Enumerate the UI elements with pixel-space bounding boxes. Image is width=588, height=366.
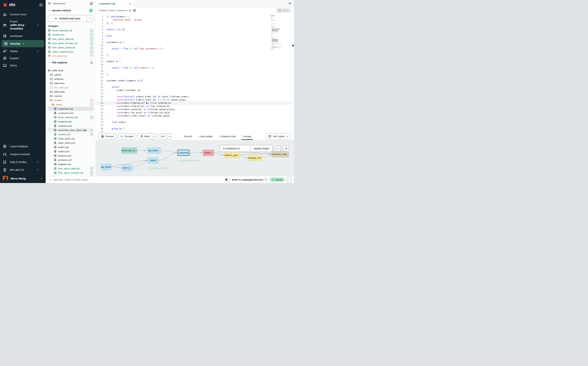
code-line[interactable]: select 1 as id (106, 28, 271, 31)
lineage-node-stgorders[interactable]: stg_orders (101, 164, 111, 170)
file-tree-item-customers-yml[interactable]: customers.yml (46, 111, 96, 115)
chevron-up-icon[interactable] (49, 178, 52, 181)
sidebar-item-query[interactable]: Query (0, 62, 46, 69)
user-menu[interactable]: Mirna Wong (0, 174, 46, 183)
code-line[interactable] (106, 57, 271, 60)
stage-add-button[interactable]: + (90, 175, 93, 176)
change-item[interactable]: order_snapshot.yml + (46, 50, 96, 54)
change-item[interactable]: stg_orders.sql • (46, 54, 96, 57)
sidebar-item-dashboard[interactable]: Dashboard (0, 32, 46, 40)
lineage-node-orders[interactable]: orders (147, 157, 159, 163)
code-line[interactable]: sum(orders.order_total) as lifetime_spen… (106, 114, 271, 117)
code-line[interactable]: customer_orders_summary as ( (106, 79, 271, 82)
sidebar-collapse-icon[interactable] (39, 3, 43, 7)
file-tree-item-marts[interactable]: marts• (46, 102, 96, 107)
lineage-node-testsupply[interactable]: test_supply_costs_s... (149, 165, 168, 171)
dbt-command-input[interactable] (53, 178, 225, 181)
stage-add-button[interactable]: + (90, 171, 93, 174)
sidebar-item-dbt-labs-dx[interactable]: dbt Labs DX (0, 166, 46, 174)
tab-code-quality[interactable]: Code quality (199, 133, 213, 140)
stage-add-button[interactable]: + (90, 38, 93, 40)
stage-add-button[interactable]: + (90, 50, 93, 53)
code-line[interactable]: from orders (106, 121, 271, 124)
file-tree-item-metricflow_time_spine-sql[interactable]: metricflow_time_spine.sql (46, 128, 96, 132)
lineage-node-customers[interactable]: customers (177, 150, 190, 156)
code-line[interactable]: select * from {{ ref('stg_customers') }} (106, 47, 271, 50)
commit-and-sync-button[interactable]: Commit and sync (48, 15, 93, 22)
file-tree-item-order_items-yml[interactable]: order_items.yml (46, 141, 96, 145)
code-line[interactable]: count(distinct orders.order_id) as count… (106, 95, 271, 98)
code-line[interactable] (106, 69, 271, 73)
lint-button[interactable]: Lint (158, 134, 172, 139)
lineage-node-testorder[interactable]: test_order_items_com... (179, 158, 201, 163)
code-line[interactable]: orders.customer_id, (106, 89, 271, 92)
file-tree-item-dbt_packages[interactable]: dbt_packages (46, 85, 96, 90)
save-button[interactable]: Save (276, 8, 291, 13)
build-dropdown-button[interactable] (152, 134, 156, 139)
lineage-node-average[interactable]: average_ord... (248, 155, 262, 161)
sidebar-item-project[interactable]: ProjectJaffle Shop Snowflake (0, 20, 46, 31)
file-tree-item-time_spine_yearly-sql[interactable]: time_spine_yearly.sql+ (46, 175, 96, 176)
file-tree-item-products-yml[interactable]: products.yml (46, 158, 96, 162)
file-search-icon[interactable] (90, 61, 93, 65)
dbt-copilot-button[interactable]: dbt Copilot (266, 133, 291, 139)
lineage-node-orderit[interactable]: order_it... (121, 165, 133, 171)
stage-add-button[interactable]: + (90, 116, 93, 119)
code-line[interactable] (106, 82, 271, 85)
lineage-node-stgcust[interactable]: stg_custo... (147, 147, 161, 153)
stage-add-button[interactable]: + (90, 133, 93, 136)
stage-add-button[interactable]: + (90, 29, 93, 32)
lineage-node-custorde[interactable]: customer_orde... (272, 151, 289, 157)
code-line[interactable] (106, 130, 271, 133)
file-tree-item-orders-yml[interactable]: orders.yml (46, 149, 96, 153)
version-control-header[interactable]: Version control 8 (46, 7, 96, 14)
change-item[interactable]: time_spine_minutes.sql + (46, 41, 96, 45)
compass-icon[interactable] (133, 9, 136, 12)
code-line[interactable]: min(orders.ordered_at) as first_ordered_… (106, 101, 271, 105)
scrollbar-thumb[interactable] (292, 45, 294, 46)
sidebar-item-leave-feedback[interactable]: Leave feedback (0, 143, 46, 150)
file-tree-item--github[interactable]: .github (46, 72, 96, 77)
code-line[interactable]: with (106, 34, 271, 38)
file-tree-item-jaffle-shop[interactable]: jaffle-shop (46, 68, 96, 72)
file-explorer-header[interactable]: File explorer (46, 59, 96, 66)
file-tree-item-order_items-sql[interactable]: order_items.sql (46, 137, 96, 141)
file-tree-item-supplies-sql[interactable]: supplies.sql (46, 162, 96, 166)
change-item[interactable]: time_spine_yearly.sql + (46, 45, 96, 50)
close-icon[interactable] (129, 2, 131, 5)
code-editor[interactable]: 1{{ config(meta = {2 'favorite_food': 'p… (96, 14, 294, 133)
fullscreen-button[interactable] (275, 146, 281, 152)
sidebar-item-deploy[interactable]: Deploy (0, 48, 46, 55)
lineage-search-input[interactable] (220, 145, 250, 152)
preview-button[interactable]: Preview (98, 134, 116, 139)
code-line[interactable] (106, 92, 271, 95)
new-tab-button[interactable] (288, 2, 291, 5)
code-line[interactable]: sum(orders.tax_paid) as lifetime_tax_pai… (106, 111, 271, 114)
code-line[interactable]: sum(orders.subtotal) as lifetime_spend_p… (106, 108, 271, 111)
code-line[interactable]: max(orders.ordered_at) as last_ordered_a… (106, 105, 271, 108)
code-line[interactable] (106, 31, 271, 34)
file-tree-item-models[interactable]: models• (46, 98, 96, 102)
sidebar-item-explore[interactable]: Explore (0, 55, 46, 62)
file-tree-item-time_spine_minutes-sql[interactable]: time_spine_minutes.sql+ (46, 171, 96, 175)
code-line[interactable]: }) }} (106, 22, 271, 25)
build-button[interactable]: Build (138, 134, 157, 139)
file-tree-item-time_spine_daily-sql[interactable]: time_spine_daily.sql+ (46, 166, 96, 171)
change-item[interactable]: fiscal_calendar.sql + (46, 28, 96, 32)
code-line[interactable] (106, 50, 271, 53)
minimap[interactable] (271, 15, 291, 130)
file-tree-item-macros[interactable]: macros (46, 94, 96, 98)
sidebar-item-help-guides[interactable]: Help & Guides (0, 158, 46, 166)
compile-button[interactable]: Compile (118, 134, 136, 139)
file-tree-item-customers-sql[interactable]: customers.sql (46, 107, 96, 111)
lineage-node-lifetime[interactable]: lifetime_spen... (224, 152, 240, 158)
sidebar-item-account-home[interactable]: Account home (0, 11, 46, 18)
code-line[interactable]: select (106, 85, 271, 89)
file-tree-item-products-sql[interactable]: products.sql (46, 153, 96, 158)
file-tree-item-locations-sql[interactable]: locations.sql (46, 119, 96, 124)
code-line[interactable]: {{ config(meta = { (106, 15, 271, 18)
code-line[interactable] (106, 38, 271, 41)
code-line[interactable]: select * from {{ ref('orders') }} (106, 66, 271, 69)
file-tree-item-data-tests[interactable]: data-tests (46, 81, 96, 85)
stage-add-button[interactable]: + (90, 42, 93, 45)
